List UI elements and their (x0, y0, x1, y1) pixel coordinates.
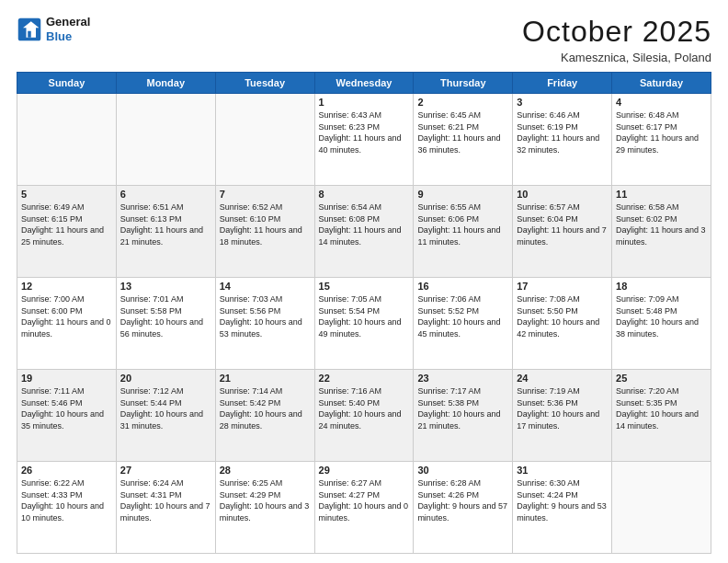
day-number: 22 (319, 373, 410, 384)
logo-icon (17, 17, 42, 42)
calendar-cell: 10Sunrise: 6:57 AMSunset: 6:04 PMDayligh… (513, 186, 612, 278)
svg-rect-2 (28, 30, 31, 37)
day-number: 15 (319, 281, 410, 292)
day-of-week-header: Saturday (612, 73, 711, 94)
day-number: 23 (417, 373, 508, 384)
day-info: Sunrise: 6:58 AMSunset: 6:02 PMDaylight:… (616, 201, 707, 247)
day-number: 29 (319, 465, 410, 476)
calendar-cell: 30Sunrise: 6:28 AMSunset: 4:26 PMDayligh… (414, 462, 513, 554)
day-number: 24 (517, 373, 608, 384)
calendar-cell: 22Sunrise: 7:16 AMSunset: 5:40 PMDayligh… (314, 370, 414, 462)
calendar: SundayMondayTuesdayWednesdayThursdayFrid… (17, 72, 711, 554)
day-number: 26 (21, 465, 112, 476)
calendar-cell (612, 462, 711, 554)
day-number: 7 (220, 189, 311, 200)
calendar-cell: 17Sunrise: 7:08 AMSunset: 5:50 PMDayligh… (513, 278, 612, 370)
day-number: 16 (417, 281, 508, 292)
day-number: 11 (616, 189, 707, 200)
calendar-cell: 4Sunrise: 6:48 AMSunset: 6:17 PMDaylight… (612, 94, 711, 186)
logo: General Blue (17, 15, 90, 43)
calendar-cell: 26Sunrise: 6:22 AMSunset: 4:33 PMDayligh… (17, 462, 117, 554)
calendar-cell: 3Sunrise: 6:46 AMSunset: 6:19 PMDaylight… (513, 94, 612, 186)
day-info: Sunrise: 6:22 AMSunset: 4:33 PMDaylight:… (21, 477, 112, 523)
day-info: Sunrise: 7:19 AMSunset: 5:36 PMDaylight:… (517, 385, 608, 431)
day-number: 31 (517, 465, 608, 476)
calendar-cell: 18Sunrise: 7:09 AMSunset: 5:48 PMDayligh… (612, 278, 711, 370)
calendar-cell: 2Sunrise: 6:45 AMSunset: 6:21 PMDaylight… (414, 94, 513, 186)
day-info: Sunrise: 6:24 AMSunset: 4:31 PMDaylight:… (120, 477, 211, 523)
calendar-cell: 13Sunrise: 7:01 AMSunset: 5:58 PMDayligh… (116, 278, 215, 370)
day-number: 20 (120, 373, 211, 384)
day-info: Sunrise: 6:51 AMSunset: 6:13 PMDaylight:… (120, 201, 211, 247)
day-number: 18 (616, 281, 707, 292)
calendar-cell: 19Sunrise: 7:11 AMSunset: 5:46 PMDayligh… (17, 370, 117, 462)
day-info: Sunrise: 7:08 AMSunset: 5:50 PMDaylight:… (517, 293, 608, 339)
calendar-week-row: 26Sunrise: 6:22 AMSunset: 4:33 PMDayligh… (17, 462, 711, 554)
day-info: Sunrise: 6:30 AMSunset: 4:24 PMDaylight:… (517, 477, 608, 523)
logo-text: General Blue (46, 15, 90, 43)
calendar-cell: 14Sunrise: 7:03 AMSunset: 5:56 PMDayligh… (215, 278, 314, 370)
day-number: 14 (220, 281, 311, 292)
day-info: Sunrise: 6:55 AMSunset: 6:06 PMDaylight:… (417, 201, 508, 247)
day-info: Sunrise: 7:14 AMSunset: 5:42 PMDaylight:… (220, 385, 311, 431)
day-of-week-header: Tuesday (215, 73, 314, 94)
day-info: Sunrise: 6:45 AMSunset: 6:21 PMDaylight:… (417, 109, 508, 155)
day-number: 30 (417, 465, 508, 476)
calendar-week-row: 12Sunrise: 7:00 AMSunset: 6:00 PMDayligh… (17, 278, 711, 370)
header: General Blue October 2025 Kamesznica, Si… (17, 15, 711, 64)
day-info: Sunrise: 7:11 AMSunset: 5:46 PMDaylight:… (21, 385, 112, 431)
calendar-cell: 15Sunrise: 7:05 AMSunset: 5:54 PMDayligh… (314, 278, 414, 370)
calendar-cell: 23Sunrise: 7:17 AMSunset: 5:38 PMDayligh… (414, 370, 513, 462)
day-number: 10 (517, 189, 608, 200)
calendar-header-row: SundayMondayTuesdayWednesdayThursdayFrid… (17, 73, 711, 94)
logo-general: General (46, 15, 90, 29)
day-info: Sunrise: 7:01 AMSunset: 5:58 PMDaylight:… (120, 293, 211, 339)
day-info: Sunrise: 7:16 AMSunset: 5:40 PMDaylight:… (319, 385, 410, 431)
day-info: Sunrise: 6:46 AMSunset: 6:19 PMDaylight:… (517, 109, 608, 155)
day-number: 21 (220, 373, 311, 384)
day-of-week-header: Thursday (414, 73, 513, 94)
day-info: Sunrise: 7:00 AMSunset: 6:00 PMDaylight:… (21, 293, 112, 339)
calendar-week-row: 1Sunrise: 6:43 AMSunset: 6:23 PMDaylight… (17, 94, 711, 186)
day-number: 6 (120, 189, 211, 200)
day-info: Sunrise: 7:03 AMSunset: 5:56 PMDaylight:… (220, 293, 311, 339)
day-number: 3 (517, 97, 608, 108)
day-info: Sunrise: 6:25 AMSunset: 4:29 PMDaylight:… (220, 477, 311, 523)
calendar-cell: 29Sunrise: 6:27 AMSunset: 4:27 PMDayligh… (314, 462, 414, 554)
day-info: Sunrise: 7:12 AMSunset: 5:44 PMDaylight:… (120, 385, 211, 431)
day-of-week-header: Monday (116, 73, 215, 94)
day-info: Sunrise: 7:20 AMSunset: 5:35 PMDaylight:… (616, 385, 707, 431)
day-number: 17 (517, 281, 608, 292)
calendar-cell: 1Sunrise: 6:43 AMSunset: 6:23 PMDaylight… (314, 94, 414, 186)
day-number: 28 (220, 465, 311, 476)
day-number: 12 (21, 281, 112, 292)
calendar-week-row: 19Sunrise: 7:11 AMSunset: 5:46 PMDayligh… (17, 370, 711, 462)
day-number: 27 (120, 465, 211, 476)
day-info: Sunrise: 7:06 AMSunset: 5:52 PMDaylight:… (417, 293, 508, 339)
day-info: Sunrise: 6:52 AMSunset: 6:10 PMDaylight:… (220, 201, 311, 247)
day-info: Sunrise: 6:54 AMSunset: 6:08 PMDaylight:… (319, 201, 410, 247)
day-number: 13 (120, 281, 211, 292)
calendar-cell: 8Sunrise: 6:54 AMSunset: 6:08 PMDaylight… (314, 186, 414, 278)
day-number: 25 (616, 373, 707, 384)
page: General Blue October 2025 Kamesznica, Si… (0, 0, 728, 563)
calendar-cell: 11Sunrise: 6:58 AMSunset: 6:02 PMDayligh… (612, 186, 711, 278)
calendar-cell: 12Sunrise: 7:00 AMSunset: 6:00 PMDayligh… (17, 278, 117, 370)
day-number: 19 (21, 373, 112, 384)
day-number: 2 (417, 97, 508, 108)
calendar-cell (116, 94, 215, 186)
calendar-cell: 24Sunrise: 7:19 AMSunset: 5:36 PMDayligh… (513, 370, 612, 462)
day-info: Sunrise: 6:43 AMSunset: 6:23 PMDaylight:… (319, 109, 410, 155)
calendar-cell: 16Sunrise: 7:06 AMSunset: 5:52 PMDayligh… (414, 278, 513, 370)
day-info: Sunrise: 7:09 AMSunset: 5:48 PMDaylight:… (616, 293, 707, 339)
calendar-cell: 9Sunrise: 6:55 AMSunset: 6:06 PMDaylight… (414, 186, 513, 278)
title-block: October 2025 Kamesznica, Silesia, Poland (522, 15, 711, 64)
day-of-week-header: Wednesday (314, 73, 414, 94)
logo-blue: Blue (46, 29, 90, 44)
day-info: Sunrise: 6:57 AMSunset: 6:04 PMDaylight:… (517, 201, 608, 247)
month-title: October 2025 (522, 15, 711, 49)
calendar-week-row: 5Sunrise: 6:49 AMSunset: 6:15 PMDaylight… (17, 186, 711, 278)
day-number: 5 (21, 189, 112, 200)
calendar-cell (17, 94, 117, 186)
day-number: 9 (417, 189, 508, 200)
